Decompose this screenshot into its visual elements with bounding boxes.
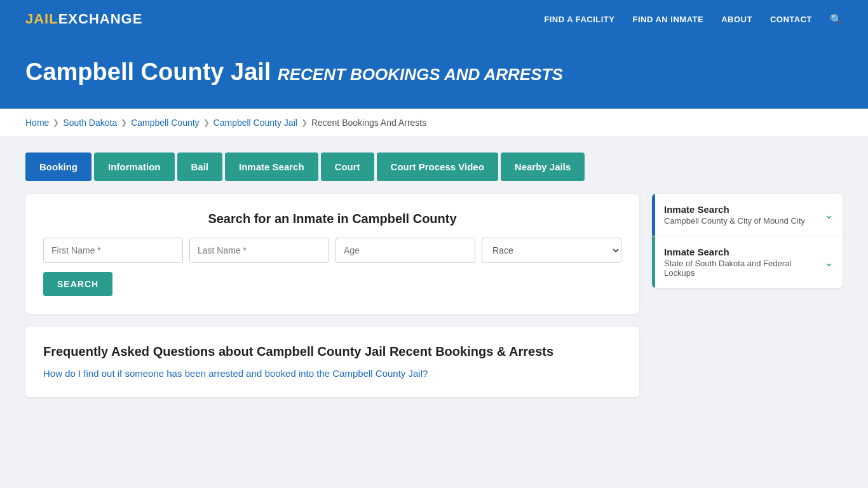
content-row: Search for an Inmate in Campbell County … [25,194,843,397]
nav-find-facility[interactable]: FIND A FACILITY [544,15,614,24]
chevron-down-icon-2: ⌄ [824,236,843,288]
hero-subtitle: RECENT BOOKINGS AND ARRESTS [278,65,563,84]
left-column: Search for an Inmate in Campbell County … [25,194,639,397]
sidebar-card: Inmate Search Campbell County & City of … [652,194,843,288]
breadcrumb-cc[interactable]: Campbell County [131,118,199,128]
nav-contact[interactable]: CONTACT [770,15,812,24]
breadcrumb-sep-3: ❯ [203,118,210,127]
sidebar: Inmate Search Campbell County & City of … [652,194,843,288]
nav-about[interactable]: ABOUT [721,15,752,24]
age-input[interactable] [336,238,475,263]
tab-bar: Booking Information Bail Inmate Search C… [25,152,843,181]
sidebar-subtitle-2: State of South Dakota and Federal Lockup… [664,259,815,278]
search-card: Search for an Inmate in Campbell County … [25,194,639,314]
breadcrumb-sep-4: ❯ [301,118,308,127]
faq-card: Frequently Asked Questions about Campbel… [25,327,639,397]
search-icon[interactable]: 🔍 [830,13,843,25]
main-nav: FIND A FACILITY FIND AN INMATE ABOUT CON… [544,13,843,25]
breadcrumb: Home ❯ South Dakota ❯ Campbell County ❯ … [25,118,843,128]
faq-link-1[interactable]: How do I find out if someone has been ar… [43,368,428,379]
sidebar-item-1[interactable]: Inmate Search Campbell County & City of … [652,194,843,236]
first-name-input[interactable] [43,238,183,263]
sidebar-content-1: Inmate Search Campbell County & City of … [655,194,824,236]
breadcrumb-ccj[interactable]: Campbell County Jail [214,118,297,128]
tab-bail[interactable]: Bail [177,152,223,181]
tab-booking[interactable]: Booking [25,152,92,181]
sidebar-title-1: Inmate Search [664,204,815,215]
chevron-down-icon-1: ⌄ [824,194,843,236]
logo[interactable]: JAILEXCHANGE [25,11,142,27]
tab-inmate-search[interactable]: Inmate Search [225,152,318,181]
breadcrumb-sep-1: ❯ [53,118,59,127]
hero-title: Campbell County Jail [25,58,271,85]
nav-find-inmate[interactable]: FIND AN INMATE [632,15,703,24]
main-content: Booking Information Bail Inmate Search C… [0,137,868,412]
last-name-input[interactable] [189,238,329,263]
search-title: Search for an Inmate in Campbell County [43,212,621,226]
hero-section: Campbell County Jail RECENT BOOKINGS AND… [0,38,868,109]
breadcrumb-bar: Home ❯ South Dakota ❯ Campbell County ❯ … [0,109,868,137]
sidebar-content-2: Inmate Search State of South Dakota and … [655,236,824,288]
faq-heading: Frequently Asked Questions about Campbel… [43,344,621,359]
logo-jail: JAIL [25,11,58,27]
breadcrumb-home[interactable]: Home [25,118,49,128]
header: JAILEXCHANGE FIND A FACILITY FIND AN INM… [0,0,868,38]
logo-exchange: EXCHANGE [58,11,143,27]
sidebar-subtitle-1: Campbell County & City of Mound City [664,216,815,226]
breadcrumb-current: Recent Bookings And Arrests [311,118,426,128]
page-title: Campbell County Jail RECENT BOOKINGS AND… [25,58,843,86]
breadcrumb-sd[interactable]: South Dakota [63,118,117,128]
race-select[interactable]: Race White Black Hispanic Asian Other [482,238,621,263]
sidebar-title-2: Inmate Search [664,247,815,257]
search-button[interactable]: SEARCH [43,272,112,296]
tab-nearby-jails[interactable]: Nearby Jails [501,152,585,181]
tab-information[interactable]: Information [94,152,175,181]
breadcrumb-sep-2: ❯ [121,118,127,127]
search-fields: Race White Black Hispanic Asian Other [43,238,621,263]
sidebar-item-2[interactable]: Inmate Search State of South Dakota and … [652,236,843,288]
tab-court[interactable]: Court [321,152,374,181]
tab-court-process-video[interactable]: Court Process Video [377,152,498,181]
